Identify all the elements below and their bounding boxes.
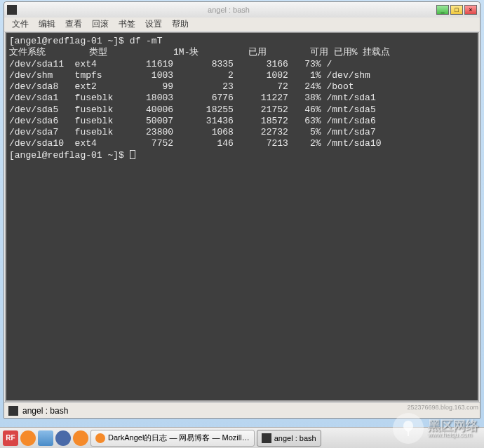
menu-scrollback[interactable]: 回滚 bbox=[87, 18, 114, 30]
firefox-icon bbox=[95, 433, 105, 443]
terminal-window: angel : bash _ □ × 文件 编辑 查看 回滚 书签 设置 帮助 … bbox=[4, 1, 480, 419]
menu-help[interactable]: 帮助 bbox=[167, 18, 194, 30]
terminal-area[interactable]: [angel@redflag-01 ~]$ df -mT 文件系统 类型 1M-… bbox=[5, 32, 479, 402]
menu-edit[interactable]: 编辑 bbox=[34, 18, 60, 30]
window-title: angel : bash bbox=[21, 6, 436, 14]
titlebar[interactable]: angel : bash _ □ × bbox=[4, 2, 480, 18]
maximize-button[interactable]: □ bbox=[450, 5, 463, 15]
taskbar-item-label: angel : bash bbox=[274, 434, 316, 442]
taskbar-item-label: DarkAngel的日志 — 网易博客 — Mozill… bbox=[108, 433, 250, 443]
app-icon bbox=[7, 5, 17, 15]
launcher-redflag-icon[interactable]: RF bbox=[3, 430, 18, 446]
menu-bookmarks[interactable]: 书签 bbox=[114, 18, 140, 30]
close-button[interactable]: × bbox=[464, 5, 477, 15]
minimize-button[interactable]: _ bbox=[436, 5, 449, 15]
taskbar: RF DarkAngel的日志 — 网易博客 — Mozill… angel :… bbox=[0, 427, 484, 448]
cursor bbox=[130, 150, 135, 159]
menu-file[interactable]: 文件 bbox=[7, 18, 34, 30]
menu-settings[interactable]: 设置 bbox=[140, 18, 167, 30]
launcher-web-icon[interactable] bbox=[55, 430, 71, 446]
menu-view[interactable]: 查看 bbox=[60, 18, 87, 30]
launcher-firefox-icon[interactable] bbox=[20, 430, 36, 446]
status-text: angel : bash bbox=[22, 406, 68, 416]
taskbar-item-browser[interactable]: DarkAngel的日志 — 网易博客 — Mozill… bbox=[90, 430, 255, 447]
launcher-home-icon[interactable] bbox=[38, 430, 53, 446]
blog-id-watermark: 252376698.blog.163.com bbox=[407, 404, 478, 411]
terminal-icon bbox=[262, 433, 271, 443]
menubar: 文件 编辑 查看 回滚 书签 设置 帮助 bbox=[4, 18, 480, 32]
status-icon bbox=[8, 406, 18, 416]
window-controls: _ □ × bbox=[436, 5, 477, 15]
taskbar-item-terminal[interactable]: angel : bash bbox=[257, 430, 321, 447]
launcher-firefox2-icon[interactable] bbox=[73, 430, 88, 446]
